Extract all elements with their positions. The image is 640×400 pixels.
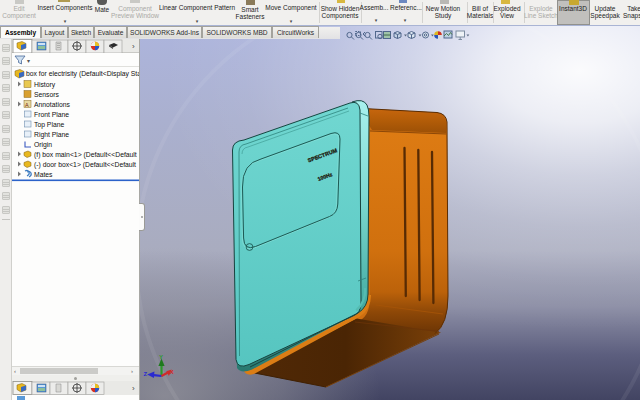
svg-text:X: X xyxy=(170,369,174,375)
svg-text:Origin: Origin xyxy=(34,140,52,148)
svg-text:History: History xyxy=(34,80,56,88)
svg-text:Top Plane: Top Plane xyxy=(34,120,64,128)
svg-text:box for electrisity (Default<: box for electrisity (Default<Display Sta xyxy=(26,70,139,78)
svg-text:Y: Y xyxy=(159,354,163,360)
svg-text:(-) door box<1> (Default<<Defa: (-) door box<1> (Default<<Default xyxy=(34,160,136,168)
svg-text:Right Plane: Right Plane xyxy=(34,130,69,138)
svg-text:(f) box main<1> (Default<<Defa: (f) box main<1> (Default<<Default xyxy=(34,150,137,158)
svg-text:›: › xyxy=(132,384,135,393)
svg-text:Mates: Mates xyxy=(34,170,53,177)
svg-text:›: › xyxy=(132,42,135,51)
svg-text:▾: ▾ xyxy=(27,58,30,64)
svg-text:Annotations: Annotations xyxy=(34,100,71,107)
svg-text:A: A xyxy=(25,101,29,107)
svg-text:Front Plane: Front Plane xyxy=(34,110,69,117)
svg-text:Sensors: Sensors xyxy=(34,90,60,97)
svg-text:Z: Z xyxy=(144,371,148,377)
